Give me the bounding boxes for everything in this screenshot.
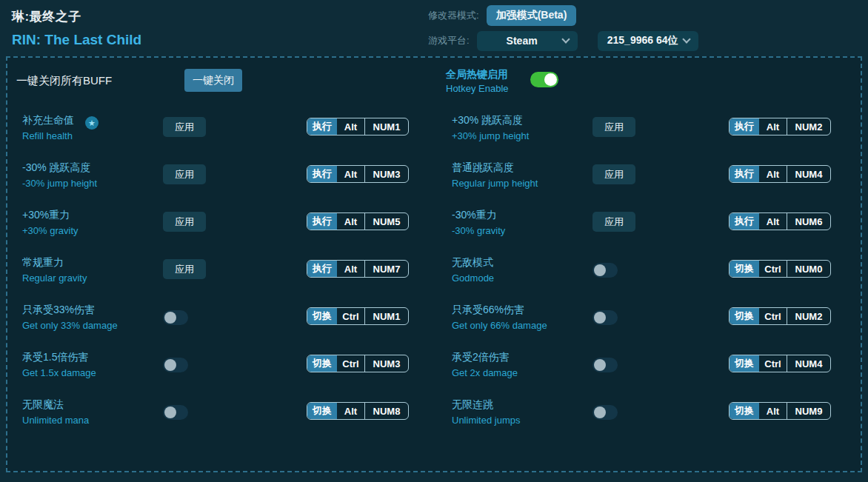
hotkey-action-button[interactable]: 执行 [730, 118, 759, 135]
version-value: 215_9966 64位 [607, 34, 689, 47]
cheat-item-plus30-gravity: +30%重力 +30% gravity 应用 执行 Alt NUM5 [16, 204, 435, 252]
hotkey-modifier-key: Alt [759, 403, 787, 419]
cheat-names: 承受1.5倍伤害 Get 1.5x damage [22, 351, 96, 378]
toggle-knob [594, 264, 606, 276]
apply-button[interactable]: 应用 [592, 117, 635, 137]
cheat-name-zh: -30%重力 [452, 209, 505, 222]
hotkey-modifier-key: Alt [337, 166, 365, 182]
cheat-toggle[interactable] [592, 405, 618, 420]
cheat-toggle[interactable] [163, 310, 188, 325]
hotkey-num-key: NUM2 [787, 118, 830, 135]
cheat-item-refill-health: 补充生命值 Refill health ★ 应用 执行 Alt NUM1 [16, 110, 435, 157]
cheat-toggle[interactable] [592, 263, 618, 278]
cheat-name-zh: 无限魔法 [22, 398, 89, 412]
hotkey-modifier-key: Ctrl [759, 308, 787, 324]
hotkey-enable-toggle[interactable] [530, 72, 558, 87]
apply-button[interactable]: 应用 [592, 164, 635, 184]
hotkey-modifier-key: Alt [759, 118, 787, 135]
hotkey-action-button[interactable]: 执行 [307, 166, 337, 182]
toggle-knob [164, 359, 176, 371]
hotkey-group[interactable]: 切换 Alt NUM9 [729, 402, 831, 420]
cheat-names: 无敌模式 Godmode [452, 256, 494, 284]
hotkey-num-key: NUM6 [787, 213, 830, 230]
hotkey-group[interactable]: 执行 Alt NUM4 [729, 165, 831, 183]
cheat-name-en: Get 1.5x damage [22, 367, 96, 378]
cheat-item-1-5x-damage: 承受1.5倍伤害 Get 1.5x damage 切换 Ctrl NUM3 [16, 347, 435, 394]
hotkey-num-key: NUM0 [787, 261, 830, 277]
platform-select[interactable]: Steam [477, 31, 578, 51]
hotkey-group[interactable]: 切换 Ctrl NUM2 [729, 307, 831, 325]
cheat-name-zh: +30%重力 [22, 209, 79, 222]
cheat-toggle[interactable] [163, 358, 188, 372]
cheat-name-en: Get only 33% damage [22, 320, 118, 331]
cheat-name-en: -30% jump height [22, 178, 97, 189]
hotkey-num-key: NUM8 [365, 403, 408, 419]
hotkey-action-button[interactable]: 切换 [307, 308, 337, 324]
cheat-item-minus30-jump: -30% 跳跃高度 -30% jump height 应用 执行 Alt NUM… [16, 157, 435, 204]
cheat-name-zh: 常规重力 [22, 256, 87, 270]
cheat-item-66-damage: 只承受66%伤害 Get only 66% damage 切换 Ctrl NUM… [446, 299, 858, 347]
hotkey-num-key: NUM7 [365, 261, 408, 277]
cheat-names: +30% 跳跃高度 +30% jump height [452, 114, 529, 141]
hotkey-action-button[interactable]: 切换 [730, 308, 759, 324]
cheat-toggle[interactable] [592, 310, 618, 325]
hotkey-action-button[interactable]: 执行 [730, 213, 759, 230]
hotkey-action-button[interactable]: 执行 [307, 213, 337, 230]
hotkey-group[interactable]: 执行 Alt NUM2 [729, 118, 831, 135]
cheat-names: 普通跳跃高度 Regular jump height [452, 161, 538, 189]
hotkey-num-key: NUM1 [365, 118, 408, 135]
hotkey-action-button[interactable]: 切换 [730, 403, 759, 419]
hotkey-group[interactable]: 执行 Alt NUM3 [307, 165, 409, 183]
hotkey-group[interactable]: 执行 Alt NUM6 [729, 212, 831, 230]
toggle-knob [164, 312, 176, 324]
hotkey-modifier-key: Ctrl [759, 355, 787, 372]
hotkey-group[interactable]: 执行 Alt NUM5 [307, 212, 409, 230]
hotkey-group[interactable]: 切换 Ctrl NUM3 [307, 355, 409, 372]
cheat-item-unlimited-mana: 无限魔法 Unlimited mana 切换 Alt NUM8 [16, 394, 435, 441]
cheat-name-zh: 只承受33%伤害 [22, 304, 118, 317]
hotkey-action-button[interactable]: 执行 [307, 118, 337, 135]
close-all-button[interactable]: 一键关闭 [184, 69, 242, 92]
hotkey-action-button[interactable]: 执行 [730, 166, 759, 182]
version-select[interactable]: 215_9966 64位 [598, 31, 698, 51]
hotkey-group[interactable]: 切换 Ctrl NUM4 [729, 355, 831, 372]
apply-button[interactable]: 应用 [163, 117, 206, 137]
hotkey-num-key: NUM4 [787, 355, 830, 372]
cheat-item-godmode: 无敌模式 Godmode 切换 Ctrl NUM0 [446, 252, 858, 299]
mode-button[interactable]: 加强模式(Beta) [487, 5, 577, 26]
apply-button[interactable]: 应用 [163, 212, 206, 232]
hotkey-group[interactable]: 切换 Ctrl NUM1 [307, 307, 409, 325]
toggle-knob [544, 73, 557, 86]
apply-button[interactable]: 应用 [592, 212, 635, 232]
platform-value: Steam [507, 35, 548, 47]
hotkey-group[interactable]: 执行 Alt NUM1 [307, 118, 409, 135]
hotkey-modifier-key: Alt [759, 166, 787, 182]
cheat-toggle[interactable] [592, 358, 618, 372]
cheat-names: -30% 跳跃高度 -30% jump height [22, 161, 97, 189]
game-title-zh: 琳:最终之子 [12, 8, 141, 25]
hotkey-action-button[interactable]: 切换 [307, 403, 337, 419]
toggle-knob [164, 406, 176, 418]
hotkey-group[interactable]: 执行 Alt NUM7 [307, 260, 409, 278]
cheat-panel: 一键关闭所有BUFF 一键关闭 全局热键启用 Hotkey Enable 补充生… [6, 56, 862, 472]
hotkey-action-button[interactable]: 执行 [307, 261, 337, 277]
cheat-name-zh: 承受2倍伤害 [452, 351, 518, 364]
cheat-item-regular-gravity: 常规重力 Regular gravity 应用 执行 Alt NUM7 [16, 252, 435, 299]
hotkey-modifier-key: Ctrl [759, 261, 787, 277]
cheat-name-zh: 普通跳跃高度 [452, 161, 538, 175]
cheat-names: 只承受66%伤害 Get only 66% damage [452, 304, 547, 331]
cheat-name-en: Unlimited mana [22, 415, 89, 426]
hotkey-action-button[interactable]: 切换 [307, 355, 337, 372]
trainer-mode-row: 修改器模式: 加强模式(Beta) [428, 5, 576, 26]
toggle-knob [594, 406, 606, 418]
hotkey-group[interactable]: 切换 Alt NUM8 [307, 402, 409, 420]
close-all-label: 一键关闭所有BUFF [16, 74, 112, 88]
cheat-name-en: Get only 66% damage [452, 320, 547, 331]
hotkey-action-button[interactable]: 切换 [730, 261, 759, 277]
hotkey-action-button[interactable]: 切换 [730, 355, 759, 372]
apply-button[interactable]: 应用 [163, 164, 206, 184]
hotkey-group[interactable]: 切换 Ctrl NUM0 [729, 260, 831, 278]
cheat-name-en: Unlimited jumps [452, 415, 520, 426]
cheat-toggle[interactable] [163, 405, 188, 420]
apply-button[interactable]: 应用 [163, 259, 206, 279]
